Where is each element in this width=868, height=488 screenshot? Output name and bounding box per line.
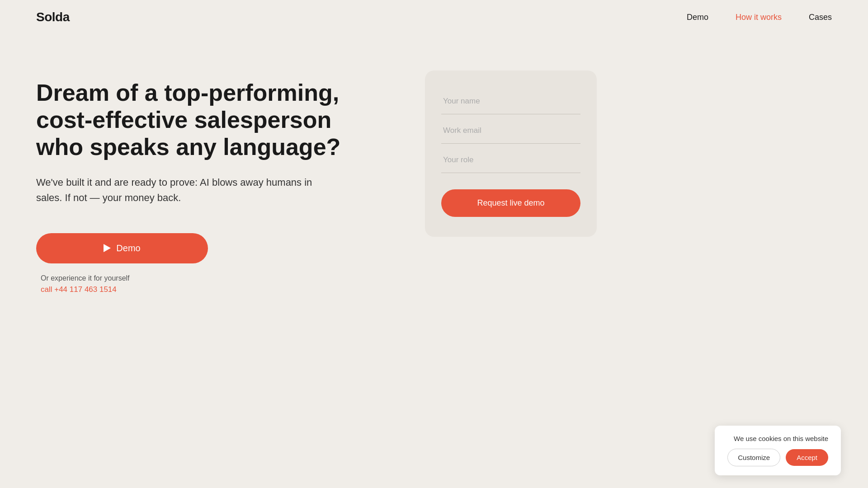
form-card: Request live demo: [425, 70, 597, 237]
play-icon: [104, 244, 111, 252]
or-text: Or experience it for yourself: [41, 274, 389, 282]
logo: Solda: [36, 10, 70, 24]
nav-cases[interactable]: Cases: [809, 13, 832, 22]
subheadline: We've built it and are ready to prove: A…: [36, 175, 335, 206]
request-demo-button[interactable]: Request live demo: [441, 189, 580, 217]
cookie-text: We use cookies on this website: [734, 435, 828, 442]
nav-demo[interactable]: Demo: [687, 13, 708, 22]
email-input[interactable]: [441, 118, 580, 144]
nav-how-it-works[interactable]: How it works: [736, 13, 782, 22]
cookie-banner: We use cookies on this website Customize…: [715, 426, 841, 475]
cookie-buttons: Customize Accept: [727, 449, 828, 466]
left-section: Dream of a top-performing, cost-effectiv…: [36, 70, 389, 294]
main-content: Dream of a top-performing, cost-effectiv…: [0, 34, 633, 321]
role-input[interactable]: [441, 147, 580, 173]
call-link[interactable]: call +44 117 463 1514: [41, 285, 117, 294]
demo-button-label: Demo: [116, 243, 140, 253]
headline: Dream of a top-performing, cost-effectiv…: [36, 80, 344, 160]
header: Solda Demo How it works Cases: [0, 0, 868, 34]
right-section: Request live demo: [425, 70, 597, 237]
accept-button[interactable]: Accept: [786, 449, 828, 466]
nav: Demo How it works Cases: [687, 13, 832, 22]
name-input[interactable]: [441, 89, 580, 114]
demo-button[interactable]: Demo: [36, 233, 208, 263]
customize-button[interactable]: Customize: [727, 449, 780, 466]
